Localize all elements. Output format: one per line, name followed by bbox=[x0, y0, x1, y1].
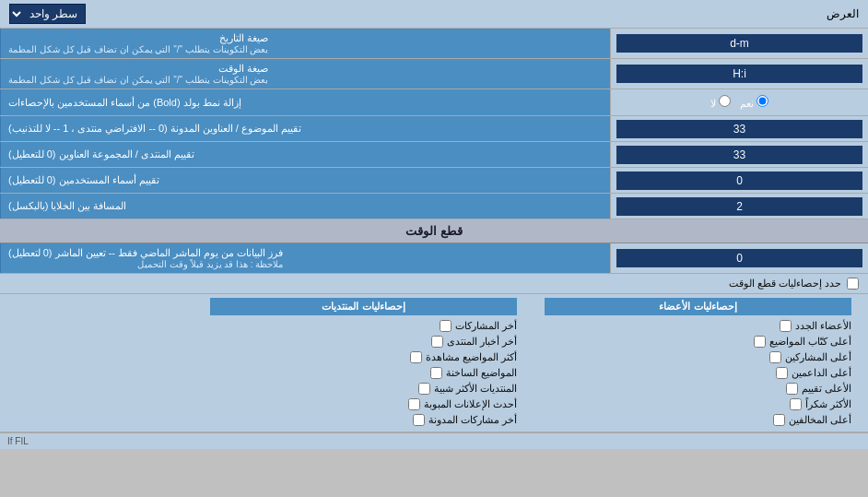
stats-forums-label-5: أحدث الإعلانات المبوبة bbox=[424, 398, 517, 410]
cut-time-input-wrapper: 0 bbox=[610, 243, 868, 273]
cut-time-row: 0 فرز البيانات من يوم الماشر الماضي فقط … bbox=[0, 243, 868, 274]
limit-row: حدد إحصاءليات قطع الوقت bbox=[0, 274, 868, 294]
bold-radio-yes-label: نعم bbox=[740, 95, 768, 110]
stats-middle-area bbox=[7, 359, 192, 368]
stats-members-item-3: أعلى الداعمين bbox=[545, 365, 851, 381]
stats-members-item-5: الأكثر شكراً bbox=[545, 396, 851, 412]
bottom-note-text: If FIL bbox=[7, 436, 29, 446]
time-format-input-wrapper: H:i bbox=[610, 59, 868, 89]
stats-forums-label-3: المواضيع الساخنة bbox=[446, 367, 517, 379]
spacing-row: 2 المسافة بين الخلايا (بالبكسل) bbox=[0, 194, 868, 219]
bottom-note: If FIL bbox=[0, 432, 868, 449]
main-container: العرض سطر واحد سطران ثلاثة أسطر d-m صيغة… bbox=[0, 0, 868, 449]
display-label: العرض bbox=[827, 7, 859, 20]
bold-radio-no-label: لا bbox=[710, 95, 731, 110]
time-format-label: صيغة الوقت بعض التكوينات يتطلب "/" التي … bbox=[0, 59, 610, 89]
stats-forums-check-5[interactable] bbox=[408, 398, 420, 410]
order-topics-label: تقييم الموضوع / العناوين المدونة (0 -- ا… bbox=[0, 116, 610, 141]
bold-radio-group: نعم لا bbox=[703, 92, 776, 112]
order-topics-row: 33 تقييم الموضوع / العناوين المدونة (0 -… bbox=[0, 116, 868, 142]
display-select[interactable]: سطر واحد سطران ثلاثة أسطر bbox=[9, 4, 86, 24]
stats-forums-check-4[interactable] bbox=[418, 383, 430, 395]
order-topics-input-wrapper: 33 bbox=[610, 116, 868, 141]
order-users-input-wrapper: 0 bbox=[610, 168, 868, 193]
cut-time-header: قطع الوقت bbox=[0, 219, 868, 243]
stats-members-label-2: أعلى المشاركين bbox=[785, 351, 851, 363]
stats-members-item-4: الأعلى تقييم bbox=[545, 381, 851, 396]
stats-forums-item-6: أخر مشاركات المدونة bbox=[210, 412, 517, 428]
order-users-label: تقييم أسماء المستخدمين (0 للتعطيل) bbox=[0, 168, 610, 193]
stats-members-check-1[interactable] bbox=[754, 336, 766, 348]
time-format-input[interactable]: H:i bbox=[616, 65, 862, 83]
stats-members-label-0: الأعضاء الجدد bbox=[795, 320, 851, 332]
bold-remove-label: إزالة نمط بولد (Bold) من أسماء المستخدمي… bbox=[0, 89, 610, 115]
stats-members-header: إحصاءليات الأعضاء bbox=[545, 298, 851, 315]
stats-forums-check-3[interactable] bbox=[430, 367, 442, 379]
stats-members-item-2: أعلى المشاركين bbox=[545, 349, 851, 365]
spacing-label: المسافة بين الخلايا (بالبكسل) bbox=[0, 194, 610, 219]
cut-time-input[interactable]: 0 bbox=[616, 249, 862, 267]
stats-forums-header: إحصاءليات المنتديات bbox=[210, 298, 517, 315]
order-users-input[interactable]: 0 bbox=[616, 172, 862, 190]
limit-label: حدد إحصاءليات قطع الوقت bbox=[729, 278, 841, 290]
stats-members-item-0: الأعضاء الجدد bbox=[545, 318, 851, 334]
stats-members-check-3[interactable] bbox=[776, 367, 788, 379]
stats-forums-check-0[interactable] bbox=[440, 320, 452, 332]
stats-forums-label-0: أخر المشاركات bbox=[455, 320, 517, 332]
date-format-input-wrapper: d-m bbox=[610, 29, 868, 58]
date-format-label: صيغة التاريخ بعض التكوينات يتطلب "/" الت… bbox=[0, 29, 610, 58]
stats-forums-label-2: أكثر المواضيع مشاهدة bbox=[426, 351, 517, 363]
limit-checkbox[interactable] bbox=[847, 278, 859, 290]
stats-members-col: إحصاءليات الأعضاء الأعضاء الجدد أعلى كتّ… bbox=[535, 298, 861, 428]
stats-forums-item-4: المنتديات الأكثر شبية bbox=[210, 381, 517, 396]
stats-forums-check-6[interactable] bbox=[413, 414, 425, 426]
stats-forums-item-2: أكثر المواضيع مشاهدة bbox=[210, 349, 517, 365]
order-topics-input[interactable]: 33 bbox=[616, 120, 862, 138]
spacing-input[interactable]: 2 bbox=[616, 197, 862, 216]
stats-members-check-4[interactable] bbox=[786, 383, 798, 395]
stats-forums-col: إحصاءليات المنتديات أخر المشاركات أخر أخ… bbox=[201, 298, 526, 428]
stats-members-item-1: أعلى كتّاب المواضيع bbox=[545, 334, 851, 349]
stats-members-check-2[interactable] bbox=[769, 351, 781, 363]
date-format-row: d-m صيغة التاريخ بعض التكوينات يتطلب "/"… bbox=[0, 29, 868, 59]
stats-forums-label-6: أخر مشاركات المدونة bbox=[428, 414, 517, 426]
stats-members-check-5[interactable] bbox=[790, 398, 802, 410]
stats-forums-check-1[interactable] bbox=[431, 336, 443, 348]
order-forums-input-wrapper: 33 bbox=[610, 142, 868, 167]
top-bar: العرض سطر واحد سطران ثلاثة أسطر bbox=[0, 0, 868, 29]
stats-forums-label-1: أخر أخبار المنتدى bbox=[447, 336, 517, 348]
spacing-input-wrapper: 2 bbox=[610, 194, 868, 219]
stats-forums-item-1: أخر أخبار المنتدى bbox=[210, 334, 517, 349]
bold-remove-input-wrapper: نعم لا bbox=[610, 89, 868, 115]
stats-members-label-5: الأكثر شكراً bbox=[805, 398, 851, 410]
stats-members-check-6[interactable] bbox=[773, 414, 785, 426]
date-format-input[interactable]: d-m bbox=[616, 34, 862, 53]
bold-radio-yes[interactable] bbox=[757, 95, 768, 107]
stats-forums-check-2[interactable] bbox=[410, 351, 422, 363]
order-forums-label: تقييم المنتدى / المجموعة العناوين (0 للت… bbox=[0, 142, 610, 167]
order-forums-row: 33 تقييم المنتدى / المجموعة العناوين (0 … bbox=[0, 142, 868, 168]
order-forums-input[interactable]: 33 bbox=[616, 146, 862, 164]
stats-members-check-0[interactable] bbox=[780, 320, 792, 332]
cut-time-label: فرز البيانات من يوم الماشر الماضي فقط --… bbox=[0, 243, 610, 273]
stats-forums-label-4: المنتديات الأكثر شبية bbox=[434, 383, 517, 395]
stats-forums-item-3: المواضيع الساخنة bbox=[210, 365, 517, 381]
stats-members-label-6: أعلى المخالفين bbox=[789, 414, 851, 426]
stats-members-label-1: أعلى كتّاب المواضيع bbox=[769, 336, 851, 348]
stats-members-label-3: أعلى الداعمين bbox=[792, 367, 851, 379]
stats-forums-item-0: أخر المشاركات bbox=[210, 318, 517, 334]
bold-radio-no[interactable] bbox=[719, 95, 731, 107]
stats-section: إحصاءليات الأعضاء الأعضاء الجدد أعلى كتّ… bbox=[0, 294, 868, 432]
stats-members-label-4: الأعلى تقييم bbox=[802, 383, 851, 395]
stats-members-item-6: أعلى المخالفين bbox=[545, 412, 851, 428]
time-format-row: H:i صيغة الوقت بعض التكوينات يتطلب "/" ا… bbox=[0, 59, 868, 89]
bold-remove-row: نعم لا إزالة نمط بولد (Bold) من أسماء ال… bbox=[0, 89, 868, 116]
stats-forums-item-5: أحدث الإعلانات المبوبة bbox=[210, 396, 517, 412]
order-users-row: 0 تقييم أسماء المستخدمين (0 للتعطيل) bbox=[0, 168, 868, 194]
